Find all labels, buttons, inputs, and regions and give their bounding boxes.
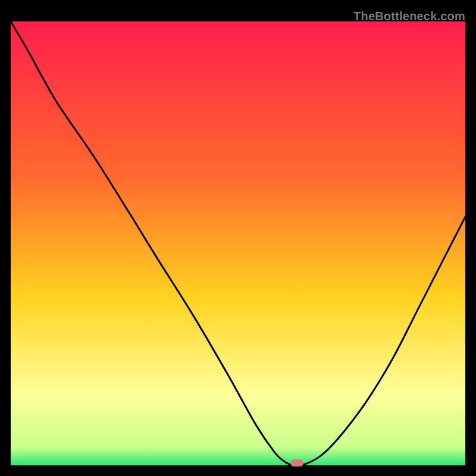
chart-svg	[11, 21, 465, 465]
optimal-point-marker	[290, 459, 303, 466]
chart-plot-area	[11, 21, 465, 465]
chart-frame: TheBottleneck.com	[11, 11, 465, 465]
gradient-background	[11, 21, 465, 465]
